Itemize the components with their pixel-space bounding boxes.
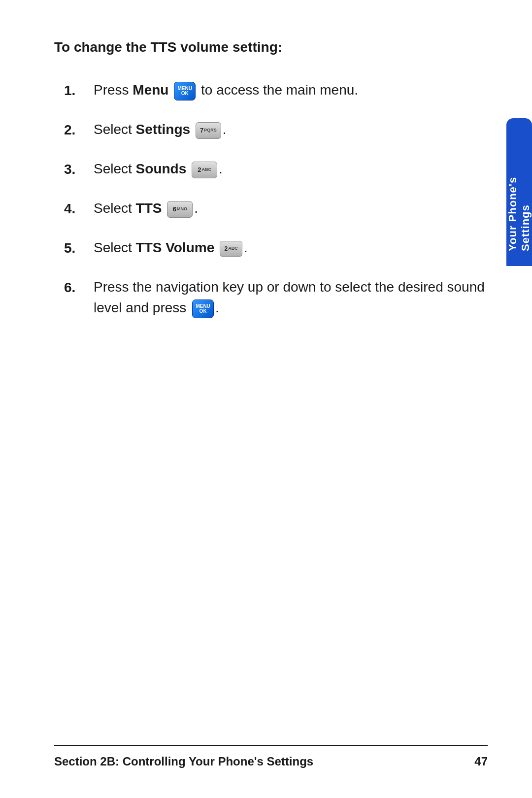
step-5-bold: TTS Volume: [136, 240, 215, 255]
step-4-content: Select TTS 6MNO .: [94, 198, 488, 219]
footer-page-number: 47: [474, 755, 488, 768]
step-1-content: Press Menu MENU OK to access the main me…: [94, 80, 488, 100]
step-4-bold: TTS: [136, 200, 162, 216]
page-footer: Section 2B: Controlling Your Phone's Set…: [54, 745, 488, 768]
step-6-content: Press the navigation key up or down to s…: [94, 277, 488, 318]
step-2-number: 2.: [64, 119, 94, 139]
footer-section-label: Section 2B: Controlling Your Phone's Set…: [54, 755, 313, 768]
step-5-content: Select TTS Volume 2ABC .: [94, 237, 488, 258]
section-title: To change the TTS volume setting:: [54, 39, 488, 55]
step-6: 6. Press the navigation key up or down t…: [64, 277, 488, 318]
6mno-key: 6MNO: [167, 201, 193, 218]
7pqrs-key: 7PQRS: [196, 122, 221, 139]
step-3-bold: Sounds: [136, 161, 187, 176]
menu-ok-key-6: MENU OK: [192, 299, 214, 318]
step-3: 3. Select Sounds 2ABC .: [64, 159, 488, 179]
steps-list: 1. Press Menu MENU OK to access the main…: [54, 80, 488, 318]
side-tab: Your Phone's Settings: [506, 118, 532, 266]
step-3-number: 3.: [64, 159, 94, 179]
2abc-key-3: 2ABC: [192, 162, 217, 178]
step-5: 5. Select TTS Volume 2ABC .: [64, 237, 488, 258]
step-2: 2. Select Settings 7PQRS .: [64, 119, 488, 140]
step-5-number: 5.: [64, 237, 94, 258]
step-3-content: Select Sounds 2ABC .: [94, 159, 488, 179]
step-1-bold: Menu: [133, 82, 168, 98]
2abc-key-5: 2ABC: [220, 241, 242, 257]
step-2-content: Select Settings 7PQRS .: [94, 119, 488, 140]
step-2-bold: Settings: [136, 122, 190, 137]
step-4-number: 4.: [64, 198, 94, 218]
step-6-number: 6.: [64, 277, 94, 297]
step-1-number: 1.: [64, 80, 94, 100]
step-4: 4. Select TTS 6MNO .: [64, 198, 488, 219]
step-1: 1. Press Menu MENU OK to access the main…: [64, 80, 488, 100]
menu-ok-key-1: MENU OK: [174, 82, 196, 100]
page-content: To change the TTS volume setting: 1. Pre…: [0, 0, 532, 376]
